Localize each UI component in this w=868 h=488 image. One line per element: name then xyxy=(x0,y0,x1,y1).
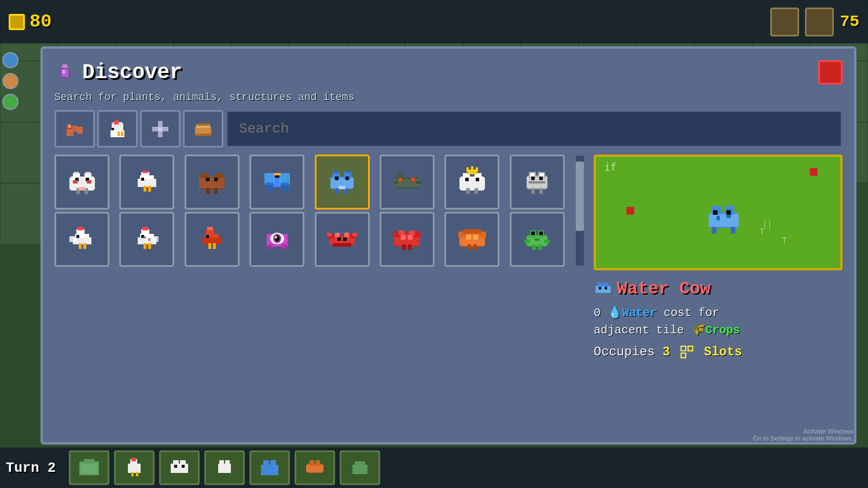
filter-row xyxy=(54,110,843,148)
svg-rect-226 xyxy=(352,465,367,474)
svg-rect-198 xyxy=(599,287,601,289)
left-icon-2[interactable] xyxy=(2,73,19,89)
item-cell-16[interactable] xyxy=(510,212,565,267)
bottom-slot-7[interactable] xyxy=(340,450,380,485)
svg-rect-50 xyxy=(220,174,223,177)
item-cell-7[interactable] xyxy=(444,155,499,210)
coin-value: 80 xyxy=(30,11,52,32)
svg-rect-89 xyxy=(475,188,478,194)
left-icon-3[interactable] xyxy=(2,94,19,110)
bottom-slot-1[interactable] xyxy=(69,450,109,485)
crops-icon: 🌾 xyxy=(691,324,705,337)
svg-rect-204 xyxy=(80,463,98,474)
svg-rect-110 xyxy=(79,243,82,249)
svg-rect-4 xyxy=(62,70,65,74)
svg-rect-174 xyxy=(544,240,550,243)
coin-display: 80 xyxy=(9,11,52,32)
svg-rect-214 xyxy=(174,465,177,468)
search-box[interactable] xyxy=(226,110,843,148)
hud-top: 80 75 xyxy=(0,0,868,43)
svg-text:T: T xyxy=(760,228,764,236)
bottom-slot-5[interactable] xyxy=(249,450,290,485)
svg-rect-225 xyxy=(315,460,320,466)
svg-rect-153 xyxy=(409,230,415,235)
svg-rect-93 xyxy=(476,167,478,172)
svg-point-20 xyxy=(158,127,163,131)
item-cell-10[interactable] xyxy=(119,212,174,267)
activate-line2: Go to Settings to activate Windows. xyxy=(753,435,854,442)
svg-rect-103 xyxy=(531,188,535,194)
svg-rect-124 xyxy=(203,237,221,244)
item-cell-6[interactable] xyxy=(380,155,435,210)
items-panel xyxy=(54,155,585,431)
activate-line1: Activate Windows xyxy=(753,428,854,435)
items-grid-row1 xyxy=(54,155,572,210)
hud-score: 75 xyxy=(840,13,859,31)
filter-tab-food[interactable] xyxy=(183,110,223,148)
svg-rect-49 xyxy=(200,174,204,177)
svg-rect-144 xyxy=(344,233,349,237)
filter-tab-animals[interactable] xyxy=(54,110,95,148)
scrollbar[interactable] xyxy=(575,155,585,267)
detail-description: 0 💧Water cost for adjacent tile 🌾Crops xyxy=(594,304,843,339)
item-cell-11[interactable] xyxy=(185,212,240,267)
svg-rect-165 xyxy=(468,244,471,250)
search-input[interactable] xyxy=(239,121,829,137)
svg-rect-200 xyxy=(681,346,686,351)
item-cell-3[interactable] xyxy=(185,155,240,210)
bottom-slot-6[interactable] xyxy=(295,450,335,485)
item-cell-14[interactable] xyxy=(380,212,435,267)
svg-rect-42 xyxy=(141,178,144,181)
svg-rect-60 xyxy=(276,175,278,178)
svg-rect-120 xyxy=(144,236,146,239)
svg-rect-175 xyxy=(532,244,536,250)
svg-rect-218 xyxy=(225,460,230,466)
svg-rect-171 xyxy=(531,232,535,235)
cost-for-label: cost for xyxy=(664,306,719,320)
svg-rect-87 xyxy=(476,178,479,181)
filter-tab-birds[interactable] xyxy=(97,110,138,148)
svg-rect-163 xyxy=(466,235,471,240)
svg-rect-129 xyxy=(213,243,216,249)
svg-rect-52 xyxy=(214,178,218,181)
svg-rect-39 xyxy=(138,179,156,187)
item-cell-8[interactable] xyxy=(510,155,565,210)
svg-rect-154 xyxy=(401,235,406,240)
item-cell-13[interactable] xyxy=(315,212,370,267)
svg-rect-15 xyxy=(112,128,114,130)
svg-text:if: if xyxy=(604,162,616,173)
item-cell-12[interactable] xyxy=(249,212,304,267)
item-cell-15[interactable] xyxy=(444,212,499,267)
svg-rect-141 xyxy=(327,233,332,236)
bottom-slot-3[interactable] xyxy=(159,450,200,485)
svg-rect-98 xyxy=(530,173,535,177)
svg-rect-199 xyxy=(605,287,607,289)
turn-label: Turn 2 xyxy=(6,460,56,476)
svg-rect-143 xyxy=(335,233,340,237)
left-icon-1[interactable] xyxy=(2,52,19,68)
svg-rect-118 xyxy=(144,243,146,249)
svg-rect-184 xyxy=(713,210,718,215)
item-cell-9[interactable] xyxy=(54,212,109,267)
svg-rect-59 xyxy=(281,182,289,190)
svg-rect-36 xyxy=(73,180,78,184)
svg-rect-68 xyxy=(334,171,339,173)
svg-rect-205 xyxy=(84,459,94,464)
item-cell-2[interactable] xyxy=(119,155,174,210)
svg-rect-176 xyxy=(538,244,542,250)
svg-rect-116 xyxy=(142,227,148,230)
scroll-thumb[interactable] xyxy=(576,162,584,231)
filter-tab-misc[interactable] xyxy=(140,110,181,148)
item-cell-5[interactable] xyxy=(315,155,370,210)
bottom-slot-4[interactable] xyxy=(204,450,245,485)
svg-rect-209 xyxy=(131,472,134,476)
svg-rect-101 xyxy=(539,177,543,180)
close-button[interactable] xyxy=(818,60,843,85)
bottom-slot-2[interactable] xyxy=(114,450,155,485)
svg-rect-166 xyxy=(473,244,477,250)
svg-rect-224 xyxy=(310,460,314,466)
svg-rect-37 xyxy=(87,180,91,184)
item-cell-4[interactable] xyxy=(249,155,304,210)
svg-rect-111 xyxy=(83,243,86,249)
item-cell-1[interactable] xyxy=(54,155,109,210)
